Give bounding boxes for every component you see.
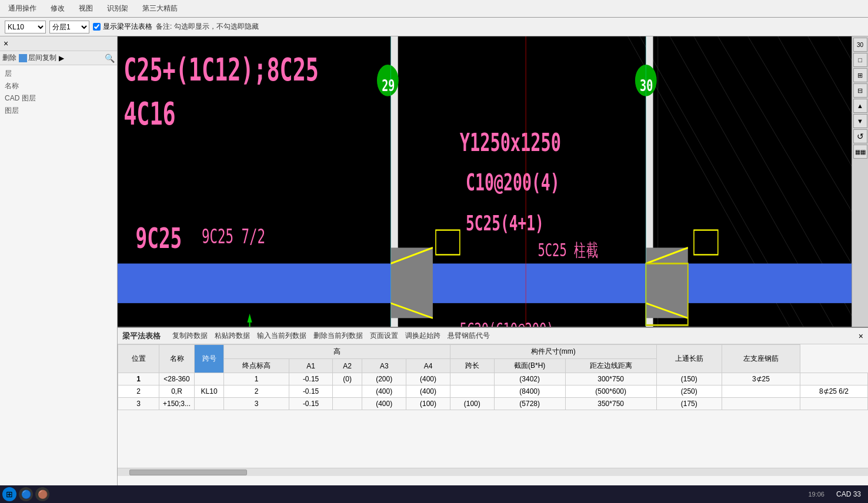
- layer-copy-container: 层间复制: [19, 53, 56, 63]
- taskbar-app1[interactable]: 🔵: [19, 487, 33, 501]
- rt-btn-1[interactable]: 30: [853, 38, 867, 52]
- cell-leftdist-2: (250): [656, 385, 722, 398]
- th-name: 名称: [159, 345, 195, 373]
- name-label: 名称: [5, 80, 112, 92]
- delete-btn[interactable]: 删除: [2, 53, 16, 63]
- th-position: 位置: [118, 345, 159, 373]
- th-span: 跨号: [195, 345, 224, 373]
- sidebar-close-btn[interactable]: ×: [4, 39, 8, 48]
- cad-layer-label: CAD 图层: [5, 92, 112, 105]
- layer-selector[interactable]: 分层1: [49, 21, 89, 33]
- th-a2: A2: [332, 359, 362, 373]
- input-col-btn[interactable]: 输入当前列数据: [255, 330, 309, 341]
- cell-a2-2: (400): [362, 385, 406, 398]
- swap-span-btn[interactable]: 调换起始跨: [403, 330, 443, 341]
- cell-leftseat-3: [800, 398, 867, 410]
- svg-text:9C25 7/2: 9C25 7/2: [202, 226, 265, 249]
- th-a4: A4: [406, 359, 450, 373]
- cell-a3-1: (400): [406, 373, 450, 385]
- layer-copy-btn[interactable]: 层间复制: [28, 53, 56, 63]
- svg-rect-14: [390, 248, 432, 318]
- cell-toplong-1: 3⊄25: [722, 373, 800, 385]
- rt-btn-5[interactable]: ▲: [853, 99, 867, 113]
- svg-text:5C25(4+1): 5C25(4+1): [466, 210, 544, 235]
- delete-col-btn[interactable]: 删除当前列数据: [311, 330, 365, 341]
- cell-a3-2: (400): [406, 385, 450, 398]
- cell-toplong-3: [722, 398, 800, 410]
- paste-span-btn[interactable]: 粘贴跨数据: [212, 330, 252, 341]
- kl-selector[interactable]: KL10: [5, 21, 46, 33]
- cantilever-btn[interactable]: 悬臂钢筋代号: [445, 330, 492, 341]
- nav-modify[interactable]: 修改: [47, 2, 68, 15]
- cell-a3-3: (100): [406, 398, 450, 410]
- sidebar-sections: 层 名称 CAD 图层 图层: [0, 65, 117, 119]
- nav-general[interactable]: 通用操作: [5, 2, 40, 15]
- cad-label: CAD 33: [832, 490, 866, 498]
- show-table-label[interactable]: 显示梁平法表格: [93, 22, 152, 32]
- table-row: 1 <28-360 1 -0.15 (0) (200) (400) (3402): [118, 373, 868, 385]
- cell-a2-1: (200): [362, 373, 406, 385]
- bottom-panel: 梁平法表格 复制跨数据 粘贴跨数据 输入当前列数据 删除当前列数据 页面设置 调…: [118, 327, 868, 485]
- svg-text:30: 30: [640, 76, 653, 94]
- panel-header: 梁平法表格 复制跨数据 粘贴跨数据 输入当前列数据 删除当前列数据 页面设置 调…: [118, 328, 868, 344]
- table-row: 3 +150;3... 3 -0.15 (400) (100) (100) (5…: [118, 398, 868, 410]
- th-span-len: 跨长: [450, 359, 494, 373]
- cell-endh-3: -0.15: [289, 398, 333, 410]
- cell-span-3: 3: [224, 398, 289, 410]
- sidebar-toolbar-row: 删除 层间复制 ▶ 🔍: [0, 51, 117, 65]
- cell-span-2: 2: [224, 385, 289, 398]
- rt-btn-2[interactable]: □: [853, 53, 867, 67]
- taskbar-app2[interactable]: 🟤: [35, 487, 49, 501]
- panel-title: 梁平法表格: [122, 331, 161, 341]
- cell-leftseat-2: 8⊄25 6/2: [800, 385, 867, 398]
- scrollbar-thumb[interactable]: [129, 470, 247, 475]
- beam-table-container[interactable]: 位置 名称 跨号 高 构件尺寸(mm) 上通长筋 左支座钢筋 终点标高 A1: [118, 344, 868, 468]
- show-table-checkbox[interactable]: [93, 23, 101, 31]
- cell-position-3: +150;3...: [159, 398, 195, 410]
- cell-position-2: 0,R: [159, 385, 195, 398]
- cell-toplong-2: [722, 385, 800, 398]
- show-table-text: 显示梁平法表格: [103, 22, 152, 32]
- nav-rebar[interactable]: 第三大精筋: [139, 2, 181, 15]
- taskbar-time: 19:06: [808, 491, 824, 498]
- svg-text:29: 29: [382, 76, 395, 94]
- th-a3: A3: [362, 359, 406, 373]
- full-layout: 通用操作 修改 视图 识别架 第三大精筋 KL10 分层1 显示梁平法表格 备注…: [0, 0, 868, 503]
- rt-btn-4[interactable]: ⊟: [853, 83, 867, 98]
- top-toolbar: 通用操作 修改 视图 识别架 第三大精筋: [0, 0, 868, 18]
- cell-section-3: 350*750: [565, 398, 656, 410]
- svg-rect-15: [646, 248, 687, 318]
- th-section: 截面(B*H): [494, 359, 565, 373]
- search-icon[interactable]: 🔍: [105, 53, 115, 63]
- table-scrollbar[interactable]: [118, 468, 868, 476]
- expand-btn[interactable]: ▶: [59, 54, 64, 62]
- rt-btn-refresh[interactable]: ↺: [853, 129, 867, 143]
- rt-btn-3[interactable]: ⊞: [853, 68, 867, 82]
- th-left-dist: 距左边线距离: [565, 359, 656, 373]
- cell-name-3: [195, 398, 224, 410]
- cell-a1-2: [332, 385, 362, 398]
- cell-spanlen-2: (8400): [494, 385, 565, 398]
- rt-btn-grid[interactable]: ▦▦: [853, 145, 867, 159]
- cell-row-num-1: 1: [118, 373, 159, 385]
- copy-span-btn[interactable]: 复制跨数据: [170, 330, 210, 341]
- taskbar-start[interactable]: ⊞: [2, 487, 16, 501]
- cell-span-1: 1: [224, 373, 289, 385]
- cell-a1-3: [332, 398, 362, 410]
- nav-view[interactable]: 视图: [75, 2, 96, 15]
- table-row: 2 0,R KL10 2 -0.15 (400) (400) (8400): [118, 385, 868, 398]
- th-end-height: 终点标高: [224, 359, 289, 373]
- page-setting-btn[interactable]: 页面设置: [368, 330, 400, 341]
- cell-spanlen-3: (5728): [494, 398, 565, 410]
- panel-close-btn[interactable]: ×: [859, 331, 863, 341]
- th-dimension-group: 构件尺寸(mm): [450, 345, 656, 359]
- nav-recognize[interactable]: 识别架: [104, 2, 132, 15]
- sidebar-header-row: ×: [0, 36, 117, 51]
- cell-leftdist-1: (150): [656, 373, 722, 385]
- cell-leftdist-3: (175): [656, 398, 722, 410]
- cell-section-1: 300*750: [565, 373, 656, 385]
- cad-right: C25+(1C12);8C25 4C16 9C25 9C25 7/2 Y1250…: [118, 36, 868, 485]
- cell-a2-3: (400): [362, 398, 406, 410]
- rt-btn-6[interactable]: ▼: [853, 114, 867, 128]
- layer-label: 层: [5, 68, 112, 80]
